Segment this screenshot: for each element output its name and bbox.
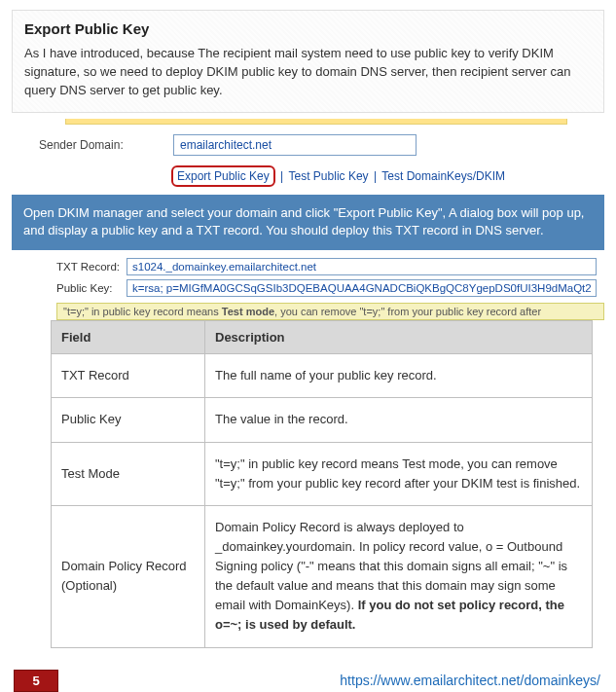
- txt-record-row: TXT Record: s1024._domainkey.emailarchit…: [56, 258, 604, 275]
- table-header-field: Field: [52, 321, 205, 354]
- note-prefix: "t=y;" in public key record means: [63, 306, 222, 317]
- test-mode-note: "t=y;" in public key record means Test m…: [56, 303, 604, 320]
- page-footer: 5 https://www.emailarchitect.net/domaink…: [0, 662, 616, 692]
- table-cell-field: Domain Policy Record (Optional): [52, 505, 205, 647]
- public-key-row: Public Key: k=rsa; p=MIGfMA0GCSqGSIb3DQE…: [56, 279, 604, 297]
- public-key-input[interactable]: k=rsa; p=MIGfMA0GCSqGSIb3DQEBAQUAA4GNADC…: [127, 279, 597, 297]
- table-cell-desc: "t=y;" in public key record means Test m…: [205, 442, 593, 505]
- page-title: Export Public Key: [24, 20, 592, 37]
- export-public-key-highlight: Export Public Key: [171, 165, 275, 187]
- footer-url: https://www.emailarchitect.net/domainkey…: [340, 673, 600, 688]
- page-number-badge: 5: [14, 670, 58, 692]
- intro-paragraph: As I have introduced, because The recipi…: [24, 45, 592, 100]
- link-separator: |: [278, 169, 288, 183]
- action-links: Export Public Key | Test Public Key | Te…: [171, 165, 604, 187]
- table-cell-desc: The value in the record.: [205, 398, 593, 442]
- table-cell-field: Public Key: [52, 398, 205, 442]
- table-row: TXT Record The full name of your public …: [52, 354, 593, 398]
- table-row: Domain Policy Record (Optional) Domain P…: [52, 505, 593, 647]
- test-domainkeys-dkim-link[interactable]: Test DomainKeys/DKIM: [381, 169, 505, 183]
- txt-record-input[interactable]: s1024._domainkey.emailarchitect.net: [127, 258, 597, 275]
- table-cell-desc: The full name of your public key record.: [205, 354, 593, 398]
- public-key-label: Public Key:: [56, 282, 127, 294]
- yellow-strip: [65, 119, 567, 125]
- note-suffix: , you can remove "t=y;" from your public…: [274, 306, 541, 317]
- table-cell-desc: Domain Policy Record is always deployed …: [205, 505, 593, 647]
- test-public-key-link[interactable]: Test Public Key: [289, 169, 369, 183]
- txt-record-label: TXT Record:: [56, 261, 127, 273]
- sender-domain-row: Sender Domain: emailarchitect.net: [39, 134, 604, 156]
- table-header-description: Description: [205, 321, 593, 354]
- record-fields-area: TXT Record: s1024._domainkey.emailarchit…: [12, 250, 604, 297]
- export-public-key-link[interactable]: Export Public Key: [177, 169, 270, 183]
- table-row: Test Mode "t=y;" in public key record me…: [52, 442, 593, 505]
- description-table: Field Description TXT Record The full na…: [51, 320, 593, 647]
- link-separator: |: [372, 169, 381, 183]
- note-bold: Test mode: [222, 306, 274, 317]
- table-cell-field: TXT Record: [52, 354, 205, 398]
- sender-domain-label: Sender Domain:: [39, 138, 173, 152]
- intro-box: Export Public Key As I have introduced, …: [12, 10, 604, 113]
- instruction-callout: Open DKIM manager and select your domain…: [12, 195, 604, 251]
- sender-domain-input[interactable]: emailarchitect.net: [173, 134, 417, 156]
- description-table-wrap: Field Description TXT Record The full na…: [51, 320, 593, 647]
- table-row: Public Key The value in the record.: [52, 398, 593, 442]
- table-cell-field: Test Mode: [52, 442, 205, 505]
